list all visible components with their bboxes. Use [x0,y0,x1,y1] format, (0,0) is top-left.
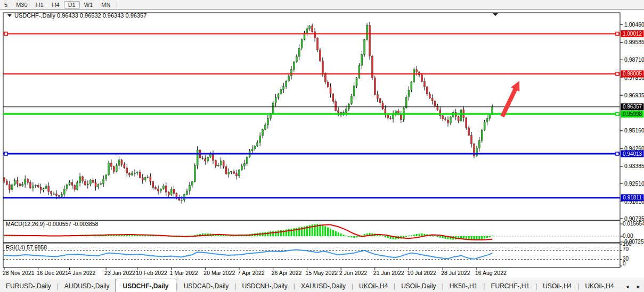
candle-down [110,163,112,166]
tab-usdchf-daily[interactable]: USDCHF-,Daily [116,279,176,292]
price-badge-label: 0.98005 [623,71,642,77]
candle-up [283,87,284,89]
macd-bar [340,233,342,236]
candle-up [217,165,219,166]
price-badge-label: 0.95998 [623,111,642,117]
hline-handle-left[interactable] [4,32,7,35]
timeframe-button-h1[interactable]: H1 [32,1,48,9]
candle-down [319,50,321,61]
price-tick-label: 0.96935 [624,92,644,98]
tab-audusd-daily[interactable]: AUDUSD-,Daily [59,279,116,292]
tab-usdcnh-daily[interactable]: USDCNH-,Daily [236,279,293,292]
candle-up [306,29,308,33]
macd-bar [387,236,389,238]
timeframe-button-w1[interactable]: W1 [80,1,97,9]
candle-down [71,182,73,185]
candle-up [77,183,78,190]
price-badge-label: 0.91811 [623,195,642,201]
macd-bar [442,236,444,238]
candle-down [233,172,235,174]
candle-up [348,104,349,109]
candle-down [58,196,60,197]
candle-up [476,148,477,156]
candle-down [447,120,449,123]
macd-bar [405,236,407,237]
macd-bar [291,229,292,236]
candle-up [136,172,138,173]
macd-bar [353,236,355,238]
timeframe-button-h4[interactable]: H4 [48,1,64,9]
hline-handle-right[interactable] [616,112,619,115]
timeframe-button-mn[interactable]: MN [97,1,115,9]
candle-down [314,32,316,38]
tab-eurusd-daily[interactable]: EURUSD-,Daily [0,279,57,292]
candle-down [369,26,371,56]
hline-handle-right[interactable] [616,32,619,35]
tab-xauusd-daily[interactable]: XAUUSD-,Daily [295,279,352,292]
candle-up [450,117,451,123]
hline-handle-right[interactable] [616,72,619,76]
tab-scroll-right[interactable]: ► [633,280,644,292]
candle-down [322,61,323,73]
candle-down [19,184,21,186]
tab-usoil-daily[interactable]: USOil-,Daily [395,279,442,292]
timeframe-button-d1[interactable]: D1 [64,1,80,9]
tab-eurchf-h1[interactable]: EURCHF-,H1 [485,279,535,292]
candle-down [213,154,214,160]
candle-down [332,94,334,102]
candle-up [181,200,183,201]
candle-down [202,158,203,159]
macd-bar [330,229,331,236]
candle-up [103,179,104,183]
macd-bar [434,236,436,236]
tab-ukoil-h4[interactable]: UKOil-,H4 [353,279,394,292]
timeframe-button-m30[interactable]: M30 [12,1,31,9]
tab-ukoil-h4[interactable]: UKOil-,H4 [579,279,619,292]
toolbar-separator [117,1,117,8]
candle-down [223,161,224,166]
candle-down [74,185,76,189]
candle-up [262,129,264,136]
timeframe-button-5[interactable]: 5 [0,1,12,9]
candle-up [246,157,248,163]
candle-up [259,136,261,143]
candle-up [272,103,274,114]
tab-scroll-left[interactable]: ◄ [622,280,633,292]
macd-bar [275,231,276,236]
candle-down [82,177,84,181]
chart-tabs-bar: EURUSD-,Daily|AUDUSD-,DailyUSDCHF-,Daily… [0,279,644,292]
macd-bar [419,233,420,236]
candle-up [191,181,193,185]
hline-handle-left[interactable] [4,152,7,155]
macd-bar [278,230,279,236]
candle-down [142,178,143,180]
candle-up [257,143,258,146]
tab-usdcad-daily[interactable]: USDCAD-,Daily [178,279,235,292]
candle-down [312,26,313,32]
date-label: 28 Nov 2021 [3,270,35,276]
candle-up [186,191,188,195]
date-label: 23 Jan 2022 [104,270,135,276]
candle-up [280,89,282,94]
candle-down [390,118,392,119]
rsi-tick-label: 70 [623,246,629,252]
macd-bar [231,236,232,236]
macd-bar [283,230,284,236]
macd-bar [348,236,349,237]
candle-down [139,172,141,178]
candle-up [243,164,245,166]
candle-down [129,173,131,175]
tab-usoil-h4[interactable]: USOil-,H4 [537,279,577,292]
candle-up [358,65,360,78]
candle-down [155,188,157,189]
hline-handle-right[interactable] [616,152,619,155]
candle-down [37,185,39,187]
candle-down [317,38,319,50]
tab-hk50-h1[interactable]: HK50-,H1 [444,279,484,292]
candle-up [460,110,462,121]
candle-down [158,189,159,191]
candle-down [445,119,446,120]
candle-down [327,82,329,87]
candle-up [194,165,195,181]
candle-down [30,182,31,188]
